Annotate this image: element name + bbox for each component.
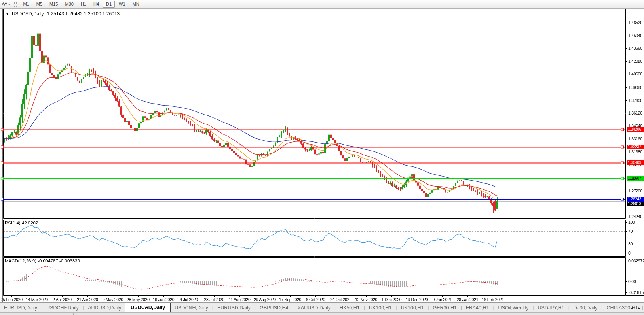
draw-tool-button[interactable]: ▾	[0, 2, 12, 7]
date-axis-label: 17 Sep 2020	[279, 297, 301, 302]
date-axis-label: 16 Jun 2020	[153, 297, 175, 302]
tab-scroll-arrows: ◄ ►	[628, 306, 643, 311]
timeframe-button-W1[interactable]: W1	[116, 1, 129, 8]
chart-title: ▼USDCAD,Daily1.25143 1.26482 1.25100 1.2…	[6, 11, 120, 17]
timeframe-button-group: M1M5M15M30H1H4D1W1MN	[20, 1, 143, 8]
timeframe-button-M5[interactable]: M5	[33, 1, 46, 8]
chart-tab-USDCHF-Daily[interactable]: USDCHF,Daily	[42, 304, 83, 313]
chart-tab-USOil-Weekly[interactable]: USOil,Weekly	[494, 304, 533, 313]
timeframe-button-H4[interactable]: H4	[90, 1, 102, 8]
date-axis-label: 2 Apr 2020	[53, 297, 72, 302]
price-line-tag-1.30409: 1.30409	[627, 160, 644, 165]
chart-tab-FRA40-H1[interactable]: FRA40,H1	[462, 304, 493, 313]
status-divider	[374, 313, 374, 315]
date-axis-label: 1 Dec 2020	[382, 297, 402, 302]
timeframe-button-H1[interactable]: H1	[78, 1, 89, 8]
rsi-indicator-label: RSI(14) 42.6202	[5, 221, 38, 225]
price-axis-label: 1.24240	[628, 214, 642, 219]
tab-scroll-left-icon[interactable]: ◄	[628, 306, 635, 311]
chart-tab-USDJPY-H1[interactable]: USDJPY,H1	[534, 304, 568, 313]
price-axis-label: 1.45040	[628, 33, 642, 38]
status-bar	[0, 312, 644, 315]
date-axis-label: 28 Jan 2021	[457, 297, 479, 302]
price-line-tag-1.34206: 1.34206	[627, 127, 644, 132]
date-axis-label: 12 Nov 2020	[355, 297, 377, 302]
chart-tab-UK100-H1[interactable]: UK100,H1	[397, 304, 428, 313]
timeframe-button-M1[interactable]: M1	[20, 1, 32, 8]
price-axis-label: 1.43560	[628, 46, 642, 51]
rsi-axis-label: 100	[628, 220, 635, 224]
chart-tab-bar: EURUSD,Daily|USDCHF,Daily|AUDUSD,DailyUS…	[0, 302, 644, 313]
date-axis-label: 23 Jul 2020	[204, 297, 224, 302]
price-axis-label: 1.36120	[628, 111, 642, 115]
timeframe-button-D1[interactable]: D1	[103, 1, 115, 8]
price-axis-label: 1.42080	[628, 59, 642, 64]
date-axis-label: 21 Apr 2020	[77, 297, 98, 302]
status-divider	[496, 313, 496, 315]
price-axis-label: 1.31680	[628, 149, 642, 154]
chart-tab-UK100-H1[interactable]: UK100,H1	[365, 304, 396, 313]
date-axis-label: 25 Feb 2020	[0, 297, 23, 302]
status-divider	[73, 313, 74, 315]
chart-tab-EURUSD-Daily[interactable]: EURUSD,Daily	[213, 304, 255, 313]
chart-tab-USDCNH-Daily[interactable]: USDCNH,Daily	[171, 304, 212, 313]
toolbar-separator	[145, 1, 145, 7]
tab-scroll-right-icon[interactable]: ►	[635, 306, 643, 311]
date-axis-label: 9 Jan 2021	[433, 297, 452, 302]
chart-tab-strip: EURUSD,Daily|USDCHF,Daily|AUDUSD,DailyUS…	[0, 303, 644, 313]
date-axis-label: 16 Feb 2021	[482, 297, 504, 302]
rsi-axis-label: 30	[628, 241, 633, 246]
date-axis-label: 29 Aug 2020	[254, 297, 276, 302]
date-axis-label: 24 Oct 2020	[330, 297, 351, 302]
chart-tab-EURUSD-Daily[interactable]: EURUSD,Daily	[0, 304, 41, 313]
date-axis-label: 28 May 2020	[127, 297, 149, 302]
price-axis-label: 1.27200	[628, 189, 642, 193]
date-axis-label: 6 Oct 2020	[306, 297, 325, 302]
price-line-tag-1.26243: 1.26243	[627, 197, 644, 202]
price-axis-label: 1.37600	[628, 98, 642, 103]
timeframe-button-M30[interactable]: M30	[62, 1, 77, 8]
date-axis-label: 19 Dec 2020	[406, 297, 428, 302]
price-axis-label: 1.39080	[628, 85, 642, 90]
timeframe-button-MN[interactable]: MN	[129, 1, 142, 8]
chart-symbol-label: USDCAD,Daily	[12, 11, 44, 17]
chart-tab-HK50-H1[interactable]: HK50,H1	[336, 304, 364, 313]
chevron-down-icon: ▾	[8, 2, 10, 6]
price-axis-label: 1.40600	[628, 72, 642, 76]
macd-indicator-label: MACD(12,26,9) -0.004787 -0.003330	[5, 258, 80, 263]
date-axis-label: 11 Aug 2020	[229, 297, 251, 302]
macd-axis-label: -0.018154	[628, 290, 644, 295]
draw-tool-icon	[1, 2, 8, 7]
price-line-tag-1.28607: 1.28607	[627, 176, 644, 181]
rsi-axis-label: 70	[628, 229, 633, 234]
toolbar-grip-handle[interactable]	[14, 2, 17, 7]
price-line-tag-1.26013: 1.26013	[627, 202, 644, 206]
chart-tab-GER30-H1[interactable]: GER30,H1	[429, 304, 461, 313]
status-divider	[220, 313, 220, 315]
date-axis-label: 9 May 2020	[103, 297, 123, 302]
date-axis-label: 4 Jul 2020	[180, 297, 198, 302]
chart-ohlc-values: 1.25143 1.26482 1.25100 1.26013	[47, 11, 120, 17]
chart-tab-GBPUSD-H4[interactable]: GBPUSD,H4	[256, 304, 292, 313]
timeframe-button-M15[interactable]: M15	[46, 1, 61, 8]
chart-canvas[interactable]	[0, 0, 644, 315]
rsi-axis-label: 0	[628, 251, 631, 255]
macd-axis-label: 0.032972	[628, 258, 644, 263]
macd-axis-label: 0.00	[628, 279, 636, 284]
chart-tab-XAUUSD-Daily[interactable]: XAUUSD,Daily	[294, 304, 334, 313]
chart-tab-AUDUSD-Daily[interactable]: AUDUSD,Daily	[84, 304, 125, 313]
collapse-triangle-icon: ▼	[6, 12, 9, 16]
price-axis-label: 1.33160	[628, 136, 642, 141]
toolbar: ▾ M1M5M15M30H1H4D1W1MN	[0, 0, 644, 9]
price-axis-label: 1.46520	[628, 20, 642, 25]
chart-tab-DJ30-Daily[interactable]: DJ30,Daily	[570, 304, 601, 313]
price-line-tag-1.32237: 1.32237	[627, 145, 644, 149]
chart-tab-USDCAD-Daily[interactable]: USDCAD,Daily	[125, 303, 171, 313]
date-axis-label: 14 Mar 2020	[26, 297, 48, 302]
